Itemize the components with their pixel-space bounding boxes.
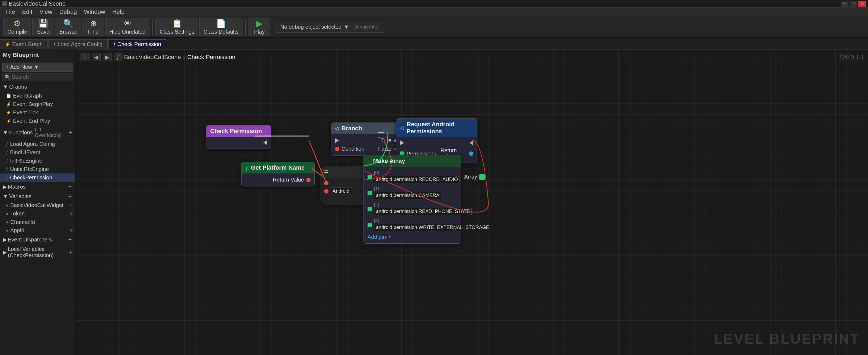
- make-array-array-label: Array: [464, 174, 477, 180]
- get-platform-header: ƒ Get Platform Name: [242, 162, 314, 173]
- play-button[interactable]: ▶ Play: [248, 17, 270, 36]
- add-new-dropdown-icon: ▼: [34, 64, 39, 70]
- macros-add-button[interactable]: +: [67, 184, 73, 189]
- node-make-array[interactable]: ≡ Make Array [0] android.permission.RECO…: [364, 155, 461, 244]
- sidebar-item-event-tick[interactable]: ⚡ Event Tick: [0, 108, 75, 117]
- functions-section-header[interactable]: ▼ Functions (11 Overridable) +: [0, 125, 75, 140]
- functions-count: (11 Overridable): [35, 127, 67, 138]
- add-new-button[interactable]: + Add New ▼: [2, 63, 73, 72]
- debug-filter-sub: Debug Filter: [353, 24, 380, 30]
- functions-expand-icon: ▼: [3, 130, 8, 136]
- search-input[interactable]: [12, 74, 76, 80]
- variables-add-button[interactable]: +: [67, 194, 73, 199]
- appid-type-icon: ≡: [69, 227, 73, 234]
- make-array-value-1[interactable]: android.permission.CAMERA: [374, 192, 441, 199]
- browse-button[interactable]: 🔍 Browse: [55, 17, 82, 36]
- graphs-add-button[interactable]: +: [67, 84, 73, 90]
- functions-add-button[interactable]: +: [68, 130, 73, 135]
- breadcrumb-forward[interactable]: ▶: [103, 53, 112, 61]
- local-variables-header[interactable]: ▶ Local Variables (CheckPermission) +: [0, 244, 75, 260]
- tab-event-graph[interactable]: ⚡ Event Graph: [0, 39, 48, 49]
- event-dispatchers-header[interactable]: ▶ Event Dispatchers +: [0, 235, 75, 244]
- sidebar-item-event-beginplay[interactable]: ⚡ Event BeginPlay: [0, 100, 75, 108]
- search-icon: 🔍: [5, 74, 10, 80]
- make-array-add-pin[interactable]: Add pin +: [364, 233, 461, 241]
- sidebar-item-check-permission[interactable]: ƒ CheckPermission: [0, 173, 75, 182]
- save-button[interactable]: 💾 Save: [32, 17, 54, 36]
- equal-pin-in1: [324, 181, 329, 185]
- eventgraph-label: EventGraph: [13, 93, 42, 99]
- branch-condition-row: Condition False: [331, 145, 401, 153]
- sidebar-item-app-id[interactable]: ● AppId ≡: [0, 226, 75, 235]
- make-array-value-2[interactable]: android.permission.READ_PHONE_STATE: [374, 208, 472, 215]
- toolbar-separator-2: [245, 19, 246, 35]
- macros-section-header[interactable]: ▶ Macros +: [0, 182, 75, 191]
- menu-help[interactable]: Help: [109, 8, 128, 16]
- event-tick-icon: ⚡: [6, 110, 11, 115]
- restore-button[interactable]: □: [849, 1, 857, 7]
- sidebar-item-token[interactable]: ● Token ≡: [0, 210, 75, 218]
- class-settings-button[interactable]: 📋 Class Settings: [155, 17, 198, 36]
- menu-bar: File Edit View Debug Window Help: [0, 8, 868, 16]
- play-icon: ▶: [256, 19, 262, 28]
- close-button[interactable]: ✕: [858, 1, 866, 7]
- node-branch[interactable]: ◁ Branch True Condition False: [331, 122, 401, 155]
- breadcrumb-bookmark[interactable]: ☆: [80, 53, 90, 61]
- variables-section-header[interactable]: ▼ Variables +: [0, 191, 75, 201]
- breadcrumb-back[interactable]: ◀: [92, 53, 101, 61]
- canvas-area[interactable]: ☆ ◀ ▶ ƒ BasicVideoCallScene › Check Perm…: [76, 49, 868, 355]
- sidebar: My Blueprint + Add New ▼ 🔍 ▼ Graphs + 📋 …: [0, 49, 76, 355]
- sidebar-item-eventgraph[interactable]: 📋 EventGraph: [0, 92, 75, 100]
- event-tick-label: Event Tick: [13, 109, 38, 116]
- request-perms-header: ◁ Request Android Permissions: [396, 119, 477, 137]
- make-array-value-0[interactable]: android.permission.RECORD_AUDIO: [374, 176, 460, 183]
- class-defaults-button[interactable]: 📄 Class Defaults: [199, 17, 243, 36]
- event-graph-tab-label: Event Graph: [12, 41, 42, 47]
- search-box[interactable]: 🔍: [2, 73, 73, 81]
- graphs-section-header[interactable]: ▼ Graphs +: [0, 82, 75, 92]
- branch-exec-row: True: [331, 136, 401, 145]
- node-get-platform[interactable]: ƒ Get Platform Name Return Value: [241, 162, 315, 186]
- make-array-value-3[interactable]: android.permission.WRITE_EXTERNAL_STORAG…: [374, 224, 491, 231]
- menu-debug[interactable]: Debug: [56, 8, 80, 16]
- local-variables-add[interactable]: +: [69, 250, 73, 255]
- add-pin-label[interactable]: Add pin: [368, 234, 386, 240]
- make-array-index-3: [3]: [374, 218, 491, 223]
- var-type-icon: ≡: [69, 202, 73, 208]
- tab-load-agora[interactable]: ƒ Load Agora Config: [48, 39, 108, 49]
- sidebar-item-basic-video[interactable]: ● BasicVideoCallWidget ≡: [0, 201, 75, 210]
- sidebar-item-load-agora[interactable]: ƒ Load Agora Config: [0, 140, 75, 148]
- sidebar-item-uninit-rtc[interactable]: ƒ UninitRtcEngine: [0, 165, 75, 173]
- sidebar-item-bind-ui[interactable]: ƒ BindUIEvent: [0, 148, 75, 156]
- find-button[interactable]: ⊕ Find: [83, 17, 104, 36]
- menu-view[interactable]: View: [36, 8, 55, 16]
- check-permission-header: Check Permission: [207, 126, 271, 137]
- menu-file[interactable]: File: [2, 8, 18, 16]
- menu-edit[interactable]: Edit: [19, 8, 35, 16]
- canvas-grid-major: [76, 49, 868, 355]
- sidebar-item-init-rtc[interactable]: ƒ InitRtcEngine: [0, 156, 75, 165]
- request-perms-title: Request Android Permissions: [407, 121, 473, 135]
- minimize-button[interactable]: ─: [841, 1, 848, 7]
- node-check-permission[interactable]: Check Permission: [206, 125, 271, 148]
- menu-window[interactable]: Window: [81, 8, 108, 16]
- sidebar-item-event-endplay[interactable]: ⚡ Event End Play: [0, 117, 75, 125]
- event-dispatchers-add[interactable]: +: [67, 237, 73, 242]
- check-permission-icon: ƒ: [6, 175, 8, 180]
- sidebar-item-channel-id[interactable]: ● ChannelId ≡: [0, 218, 75, 226]
- request-return-pin: [469, 151, 473, 156]
- functions-section-label: Functions: [9, 130, 33, 136]
- request-perms-exec-row: [396, 139, 477, 146]
- check-permission-exec-pin-out: [264, 140, 267, 145]
- branch-condition-pin: [335, 147, 339, 151]
- load-agora-icon: ƒ: [6, 142, 8, 147]
- debug-filter-button[interactable]: No debug object selected ▼ Debug Filter: [276, 21, 384, 33]
- play-label: Play: [254, 29, 265, 35]
- channel-id-label: ChannelId: [10, 219, 35, 225]
- window-controls[interactable]: ─ □ ✕: [841, 1, 866, 7]
- hide-unrelated-button[interactable]: 👁 Hide Unrelated: [105, 17, 150, 36]
- check-permission-label: CheckPermission: [10, 175, 52, 181]
- compile-button[interactable]: ⚙ Compile: [3, 17, 31, 36]
- android-string-input[interactable]: Android: [331, 187, 352, 195]
- tab-check-permission[interactable]: ƒ Check Permission: [108, 39, 166, 49]
